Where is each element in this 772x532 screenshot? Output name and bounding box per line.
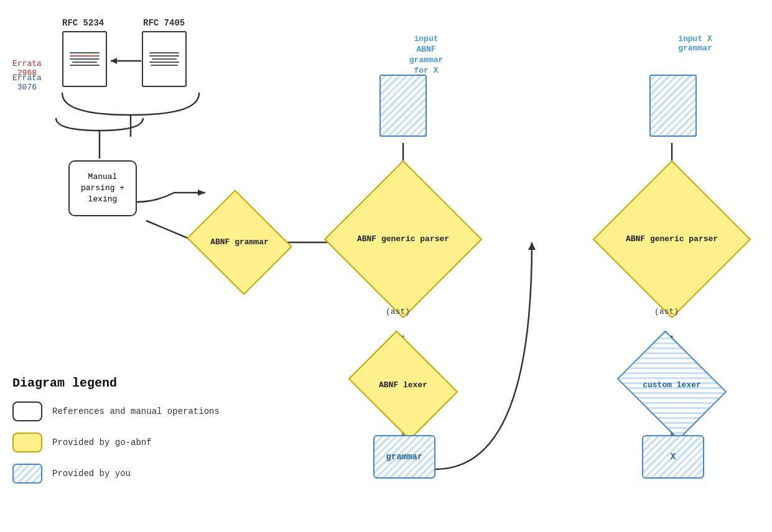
brace-svg <box>50 90 205 140</box>
abnf-generic-parser2-diamond: ABNF generic parser <box>616 183 728 295</box>
diagram-container: RFC 5234 Errata 2968 Errata 3076 RFC 740… <box>0 0 772 532</box>
abnf-generic-parser1-diamond: ABNF generic parser <box>347 183 459 295</box>
ast1-label: (ast) <box>386 307 410 316</box>
ast2-label: (ast) <box>654 307 679 316</box>
legend-blue-box <box>12 464 42 484</box>
legend-plain-box <box>12 401 42 421</box>
legend-yellow-box <box>12 433 42 452</box>
abnf-lexer-diamond: ABNF lexer <box>360 351 447 420</box>
rfc-arrow <box>108 55 142 67</box>
svg-marker-23 <box>198 190 205 196</box>
legend-item-3: Provided by you <box>12 464 220 484</box>
legend-item-2: Provided by go-abnf <box>12 433 220 452</box>
rfc5234-doc <box>62 31 107 87</box>
legend-title: Diagram legend <box>12 376 220 390</box>
svg-marker-12 <box>528 242 536 250</box>
rfc5234-label: RFC 5234 <box>62 17 104 29</box>
manual-to-abnf-arrow <box>137 183 212 208</box>
manual-parsing-box: Manual parsing + lexing <box>68 160 137 216</box>
legend: Diagram legend References and manual ope… <box>12 376 220 495</box>
svg-marker-22 <box>111 58 117 64</box>
legend-item-1: References and manual operations <box>12 401 220 421</box>
custom-lexer-diamond: custom lexer <box>628 351 715 420</box>
rfc7405-label: RFC 7405 <box>143 17 185 29</box>
input-abnf-doc <box>379 75 427 137</box>
input-x-doc <box>649 75 697 137</box>
abnf-grammar-diamond: ABNF grammar <box>199 208 280 277</box>
grammar-rect: grammar <box>373 435 435 479</box>
x-rect: X <box>642 435 704 479</box>
rfc7405-doc <box>142 31 187 87</box>
